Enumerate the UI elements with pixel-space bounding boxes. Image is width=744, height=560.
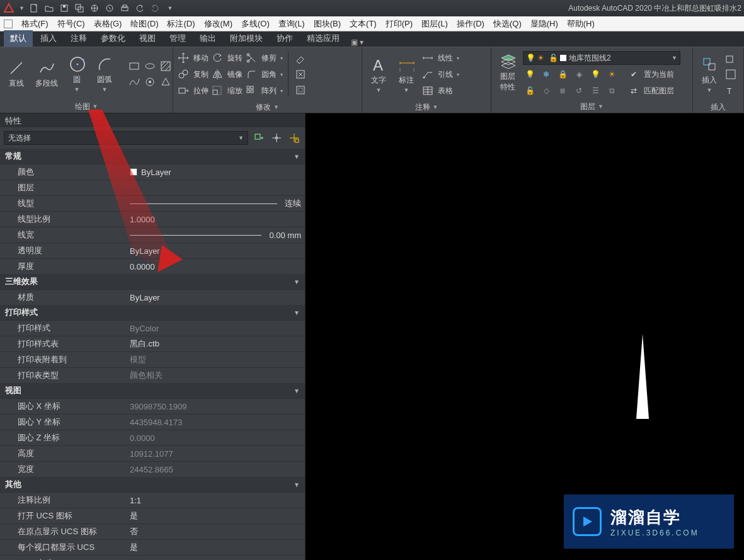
tool-polyline[interactable]: 多段线 — [31, 58, 62, 90]
offset-icon[interactable] — [294, 83, 307, 97]
property-row[interactable]: 圆心 X 坐标39098750.1909 — [0, 398, 305, 414]
select-objects-icon[interactable] — [270, 131, 283, 145]
tool-leader[interactable]: 引线▾ — [421, 66, 459, 83]
property-row[interactable]: 圆心 Y 坐标4435948.4173 — [0, 414, 305, 430]
tool-mirror[interactable]: 镜像 — [211, 66, 243, 83]
layer-combo[interactable]: 💡 ☀ 🔓 ▼ — [523, 51, 680, 65]
tab-output[interactable]: 输出 — [193, 30, 222, 47]
property-row[interactable]: 线型连续 — [0, 195, 305, 211]
property-row[interactable]: 厚度0.0000 — [0, 258, 305, 274]
web-open-icon[interactable] — [89, 3, 100, 14]
menu-qselect[interactable]: 快选(Q) — [489, 17, 525, 31]
tool-fillet[interactable]: 圆角▾ — [245, 66, 283, 83]
tab-parametric[interactable]: 参数化 — [94, 30, 132, 47]
quick-select-icon[interactable] — [287, 131, 301, 145]
web-save-icon[interactable] — [104, 3, 115, 14]
redo-icon[interactable] — [149, 3, 161, 14]
saveas-icon[interactable] — [74, 3, 85, 14]
tool-text[interactable]: A 文字 ▼ — [366, 55, 391, 94]
menu-showhide[interactable]: 显隐(H) — [527, 17, 562, 31]
open-icon[interactable] — [43, 3, 55, 14]
tool-copy[interactable]: 复制 — [177, 66, 209, 83]
ellipse-icon[interactable] — [143, 59, 157, 73]
property-value[interactable]: 模型 — [126, 352, 305, 367]
property-value[interactable]: 0.00 mm — [126, 227, 305, 243]
property-value[interactable]: ByColor — [126, 321, 305, 336]
layer-freeze-icon[interactable]: ❄ — [539, 67, 553, 81]
property-value[interactable]: 0.0000 — [126, 430, 305, 445]
layer-thaw-icon[interactable]: ☀ — [605, 67, 619, 81]
property-row[interactable]: 颜色ByLayer — [0, 164, 305, 180]
new-icon[interactable] — [28, 3, 40, 14]
property-row[interactable]: 每个视口都显示 UCS是 — [0, 539, 305, 555]
tool-table[interactable]: 表格 — [421, 83, 459, 99]
menu-format[interactable]: 格式(F) — [18, 17, 52, 31]
menu-block[interactable]: 图块(B) — [310, 17, 345, 31]
property-value[interactable]: 1.0000 — [126, 212, 305, 227]
property-row[interactable]: 打印样式表黑白.ctb — [0, 336, 305, 351]
layer-merge-icon[interactable]: ⧉ — [605, 84, 619, 98]
spline-icon[interactable] — [127, 75, 141, 89]
tool-insert-block[interactable]: 插入 ▼ — [697, 55, 722, 94]
tab-annotate[interactable]: 注释 — [64, 30, 93, 47]
layer-walk-icon[interactable]: ≣ — [556, 84, 569, 98]
menu-draw[interactable]: 绘图(D) — [127, 17, 162, 31]
property-row[interactable]: 线宽0.00 mm — [0, 227, 305, 243]
property-row[interactable]: 材质ByLayer — [0, 289, 305, 305]
property-row[interactable]: 图层 — [0, 180, 305, 195]
property-value[interactable]: 颜色相关 — [126, 368, 305, 383]
menu-layer[interactable]: 图层(L) — [418, 17, 452, 31]
tab-insert[interactable]: 插入 — [34, 30, 63, 47]
section-header[interactable]: 常规▼ — [0, 149, 305, 164]
layer-state-icon[interactable]: ☰ — [588, 84, 602, 98]
hatch-icon[interactable] — [159, 59, 173, 73]
tab-default[interactable]: 默认 — [4, 30, 33, 47]
tab-addins[interactable]: 附加模块 — [224, 30, 269, 47]
menu-text[interactable]: 文本(T) — [346, 17, 381, 31]
property-row[interactable]: 打印样式ByColor — [0, 320, 305, 336]
section-header[interactable]: 视图▼ — [0, 383, 305, 398]
menu-mline[interactable]: 多线(O) — [238, 17, 273, 31]
property-value[interactable]: 1:1 — [126, 493, 305, 508]
plot-icon[interactable] — [119, 3, 130, 14]
tool-array[interactable]: 阵列▾ — [245, 83, 283, 99]
undo-icon[interactable] — [134, 3, 146, 14]
property-value[interactable]: 否 — [126, 524, 305, 539]
panel-layer-label[interactable]: 图层▼ — [491, 100, 692, 113]
property-row[interactable]: 注释比例1:1 — [0, 492, 305, 508]
property-row[interactable]: 高度10912.1077 — [0, 445, 305, 461]
property-row[interactable]: 透明度ByLayer — [0, 243, 305, 258]
menu-dim[interactable]: 标注(D) — [163, 17, 198, 31]
property-value[interactable]: 10912.1077 — [126, 446, 305, 461]
property-row[interactable]: 打印表类型颜色相关 — [0, 367, 305, 383]
tab-overflow-icon[interactable]: ▣ ▾ — [351, 38, 363, 47]
layer-off-icon[interactable]: 💡 — [523, 67, 537, 81]
erase-icon[interactable] — [294, 52, 307, 66]
tool-edit-block[interactable] — [724, 50, 737, 66]
property-value[interactable]: 黑白.ctb — [126, 336, 305, 351]
property-row[interactable]: 线型比例1.0000 — [0, 211, 305, 227]
section-header[interactable]: 三维效果▼ — [0, 274, 305, 289]
layer-prev-icon[interactable]: ↺ — [572, 84, 586, 98]
region-icon[interactable] — [159, 75, 173, 89]
app-menu-dropdown-icon[interactable]: ▼ — [19, 5, 25, 11]
selection-combo[interactable]: 无选择 ▼ — [4, 131, 248, 145]
property-row[interactable]: 打印表附着到模型 — [0, 351, 305, 367]
chevron-down-icon[interactable]: ▼ — [672, 55, 677, 61]
property-value[interactable]: 4435948.4173 — [126, 414, 305, 430]
menu-query[interactable]: 查询(L) — [275, 17, 309, 31]
tool-line[interactable]: 直线 — [4, 58, 29, 90]
save-icon[interactable] — [59, 3, 70, 14]
property-value[interactable]: 是 — [126, 508, 305, 523]
drawing-canvas[interactable]: 溜溜自学 ZIXUE.3D66.COM — [306, 113, 744, 560]
tool-linear-dim[interactable]: 线性▾ — [421, 50, 459, 66]
property-value[interactable]: 24452.8665 — [126, 462, 305, 477]
layer-name-input[interactable] — [569, 54, 669, 62]
tool-arc[interactable]: 圆弧 ▼ — [92, 54, 117, 94]
property-row[interactable]: 宽度24452.8665 — [0, 461, 305, 477]
tool-scale[interactable]: 缩放 — [211, 83, 243, 99]
menu-modify[interactable]: 修改(M) — [200, 17, 237, 31]
tool-rotate[interactable]: 旋转 — [211, 50, 243, 66]
property-row[interactable]: UCS 名称 — [0, 555, 305, 560]
menu-print[interactable]: 打印(P) — [382, 17, 416, 31]
